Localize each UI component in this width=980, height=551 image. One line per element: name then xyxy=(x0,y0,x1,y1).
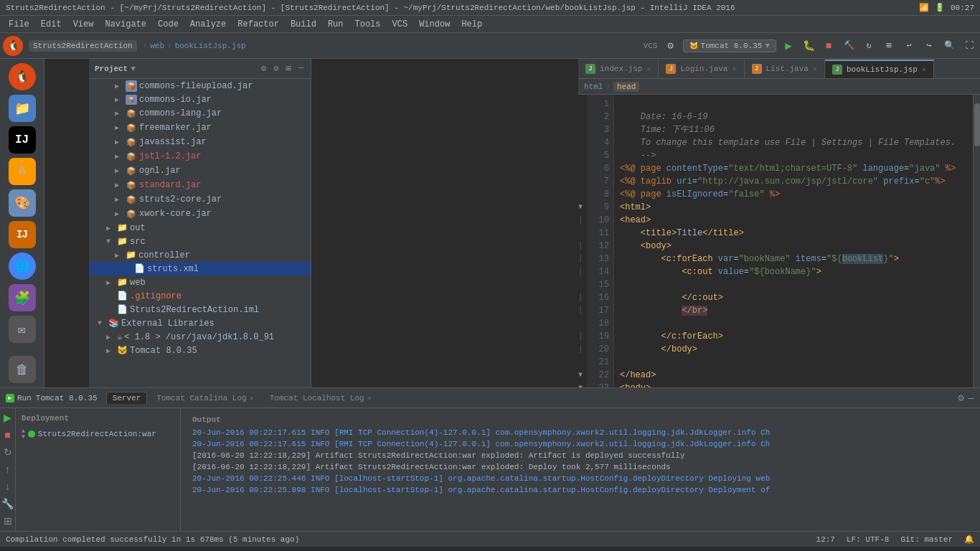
tree-item[interactable]: 📄 .gitignore xyxy=(89,289,311,303)
build-button[interactable]: 🔨 xyxy=(841,38,857,54)
dock-puzzle[interactable]: 🧩 xyxy=(9,284,36,311)
tree-item[interactable]: ▶ ☕ < 1.8 > /usr/java/jdk1.8.0_91 xyxy=(89,330,311,344)
tree-item[interactable]: ▶ 📁 web xyxy=(89,276,311,289)
gear-icon[interactable]: ⚙ xyxy=(272,62,280,75)
tree-item[interactable]: ▶ 📁 out xyxy=(89,221,311,235)
run-minimize-icon[interactable]: — xyxy=(969,392,974,404)
tab-close-icon[interactable]: ✕ xyxy=(732,65,736,73)
dock-paint[interactable]: 🎨 xyxy=(9,189,36,217)
tree-item[interactable]: ▼ 📁 src xyxy=(89,235,311,248)
run-button[interactable]: ▶ xyxy=(781,38,796,54)
code-editor[interactable]: ▼ │ │ │ │ │ │ │ │ ▼ ▼ 12345 678910 xyxy=(578,95,980,387)
stop-button[interactable]: ■ xyxy=(821,38,837,54)
dock-intellij2[interactable]: IJ xyxy=(9,221,36,248)
folder-icon: 📁 xyxy=(126,250,136,260)
run-rerun-button[interactable]: ↻ xyxy=(1,446,14,458)
deployment-item[interactable]: ▲ ▼ Struts2RedirectAction:war xyxy=(19,427,177,441)
menu-build[interactable]: Build xyxy=(285,18,322,31)
tomcat-config[interactable]: 🐱 Tomcat 8.0.35 ▼ xyxy=(683,39,776,52)
expand-all-icon[interactable]: ⊞ xyxy=(285,62,293,75)
tab-login-java[interactable]: J Login.java ✕ xyxy=(659,60,744,78)
tab-list-java[interactable]: J List.java ✕ xyxy=(745,60,825,78)
menu-code[interactable]: Code xyxy=(152,18,184,31)
search-everywhere-button[interactable]: 🔍 xyxy=(941,38,957,54)
line-ending[interactable]: LF: UTF-8 xyxy=(847,535,889,544)
tab-close-icon[interactable]: ✕ xyxy=(646,65,651,73)
collapse-icon[interactable]: — xyxy=(297,62,305,75)
project-dropdown-icon[interactable]: ▼ xyxy=(131,65,136,73)
crumb-html[interactable]: html xyxy=(584,83,603,91)
run-tab-server[interactable]: Server xyxy=(106,392,148,404)
tab-label: index.jsp xyxy=(600,65,642,73)
tab-close-icon[interactable]: ✕ xyxy=(813,65,817,73)
tree-item-selected[interactable]: 📄 struts.xml xyxy=(89,262,311,276)
notifications-icon[interactable]: 🔔 xyxy=(964,534,974,544)
vcs-icon[interactable]: VCS xyxy=(643,38,659,54)
menu-edit[interactable]: Edit xyxy=(35,18,67,31)
tree-item[interactable]: ▶ 📦 xwork-core.jar xyxy=(89,207,311,221)
tree-item-tomcat[interactable]: ▶ 🐱 Tomcat 8.0.35 xyxy=(89,344,311,357)
run-start-button[interactable]: ▶ xyxy=(1,411,14,424)
sync-icon[interactable]: ⚙ xyxy=(260,62,268,75)
menu-help[interactable]: Help xyxy=(456,18,488,31)
settings-icon[interactable]: ⚙ xyxy=(663,38,679,54)
debug-button[interactable]: 🐛 xyxy=(801,38,816,54)
expand-button[interactable]: ⛶ xyxy=(961,38,977,54)
code-content[interactable]: Date: 16-6-19 Time: 下午11:06 To change th… xyxy=(614,95,973,387)
tree-item[interactable]: ▶ 📦 commons-lang.jar xyxy=(89,106,311,121)
tree-item[interactable]: ▶ 📦 jstl-1.2.jar xyxy=(89,149,311,164)
catalina-tab-close[interactable]: ✕ xyxy=(250,394,254,402)
menu-tools[interactable]: Tools xyxy=(349,18,387,31)
terminal-button[interactable]: ⊞ xyxy=(881,38,897,54)
dock-files[interactable]: 📁 xyxy=(9,95,36,122)
tree-item[interactable]: ▶ 📦 commons-fileupload.jar xyxy=(89,79,311,93)
tab-booklistjsp[interactable]: J bookListJsp.jsp ✕ xyxy=(825,60,934,78)
run-filter-button[interactable]: 🔧 xyxy=(1,497,14,510)
tree-item[interactable]: ▼ 📚 External Libraries xyxy=(89,316,311,330)
menu-view[interactable]: View xyxy=(67,18,100,31)
menu-refactor[interactable]: Refactor xyxy=(232,18,285,31)
run-down-button[interactable]: ↓ xyxy=(1,480,14,493)
crumb-head[interactable]: head xyxy=(613,82,639,92)
tree-item[interactable]: ▶ 📦 ognl.jar xyxy=(89,164,311,178)
dock-ubuntu[interactable]: 🐧 xyxy=(9,63,36,90)
run-stop-button[interactable]: ■ xyxy=(1,428,14,441)
tree-item[interactable]: ▶ 📦 standard.jar xyxy=(89,178,311,192)
menu-navigate[interactable]: Navigate xyxy=(99,18,152,31)
tree-item[interactable]: ▶ 📦 struts2-core.jar xyxy=(89,192,311,207)
menu-run[interactable]: Run xyxy=(322,18,349,31)
tree-item[interactable]: ▶ 📦 javassist.jar xyxy=(89,135,311,149)
dock-amazon[interactable]: A xyxy=(9,158,36,185)
run-settings-icon[interactable]: ⚙ xyxy=(958,392,963,404)
tree-item[interactable]: 📄 Struts2RedirectAction.iml xyxy=(89,303,311,316)
tomcat-dropdown-icon[interactable]: ▼ xyxy=(765,42,770,50)
tree-item[interactable]: ▶ 📦 commons-io.jar xyxy=(89,93,311,106)
run-external-button[interactable]: ⊞ xyxy=(1,514,14,527)
menu-vcs[interactable]: VCS xyxy=(387,18,414,31)
dock-mail[interactable]: ✉ xyxy=(9,316,36,343)
update-button[interactable]: ↻ xyxy=(861,38,877,54)
menu-file[interactable]: File xyxy=(3,18,35,31)
project-path-breadcrumb[interactable]: Struts2RedirectAction xyxy=(29,40,137,52)
scrollbar-thumb[interactable] xyxy=(974,103,980,146)
run-tab-catalina[interactable]: Tomcat Catalina Log ✕ xyxy=(150,392,260,404)
editor-scrollbar[interactable] xyxy=(973,95,980,387)
redo-button[interactable]: ↪ xyxy=(921,38,937,54)
cursor-position[interactable]: 12:7 xyxy=(816,535,835,544)
menu-analyze[interactable]: Analyze xyxy=(184,18,232,31)
tree-item[interactable]: ▶ 📦 freemarker.jar xyxy=(89,121,311,135)
tree-item[interactable]: ▶ 📁 controller xyxy=(89,248,311,262)
tab-index-jsp[interactable]: J index.jsp ✕ xyxy=(578,60,659,78)
git-branch[interactable]: Git: master xyxy=(900,535,953,544)
localhost-tab-close[interactable]: ✕ xyxy=(367,394,372,402)
dock-trash[interactable]: 🗑 xyxy=(9,356,36,383)
dock-chrome[interactable]: 🌐 xyxy=(9,253,36,280)
file-breadcrumb[interactable]: bookListJsp.jsp xyxy=(175,42,246,50)
run-up-button[interactable]: ↑ xyxy=(1,463,14,476)
menu-window[interactable]: Window xyxy=(413,18,456,31)
tab-close-icon[interactable]: ✕ xyxy=(922,65,926,74)
dock-intellij[interactable]: IJ xyxy=(9,126,36,154)
web-breadcrumb[interactable]: web xyxy=(150,42,164,50)
undo-button[interactable]: ↩ xyxy=(901,38,917,54)
run-tab-localhost[interactable]: Tomcat Localhost Log ✕ xyxy=(263,392,378,404)
